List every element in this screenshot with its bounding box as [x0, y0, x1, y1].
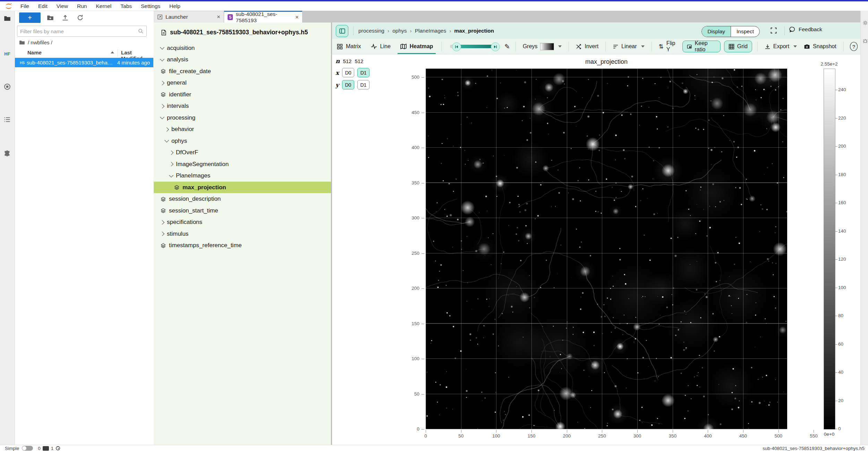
close-icon[interactable]: × — [295, 14, 299, 21]
edit-domain-icon[interactable]: ✎ — [504, 43, 510, 51]
breadcrumb-segment-max_projection[interactable]: max_projection — [454, 28, 494, 34]
new-folder-icon[interactable] — [47, 14, 54, 22]
tree-item-intervals[interactable]: intervals — [154, 101, 338, 112]
vis-tab-line[interactable]: Line — [366, 39, 395, 54]
viewer-breadcrumb[interactable]: processing›ophys›PlaneImages›max_project… — [358, 28, 494, 34]
file-browser-icon[interactable] — [3, 15, 11, 22]
y-d1-button[interactable]: D1 — [357, 80, 369, 89]
vis-tab-matrix[interactable]: Matrix — [332, 39, 366, 54]
upload-icon[interactable] — [62, 14, 69, 22]
menu-item-settings[interactable]: Settings — [136, 3, 165, 9]
fullscreen-button[interactable] — [770, 27, 777, 34]
scale-selector[interactable]: Linear — [609, 43, 648, 50]
domain-min-handle[interactable] — [452, 42, 461, 51]
breadcrumb-segment-ophys[interactable]: ophys — [392, 28, 407, 34]
colorbar-tick-label: 100 — [838, 285, 855, 290]
debugger-icon[interactable] — [861, 37, 868, 45]
column-name[interactable]: Name — [27, 50, 42, 55]
invert-colormap-button[interactable]: Invert — [572, 43, 602, 50]
tree-item-max_projection[interactable]: max_projection — [154, 182, 351, 193]
running-sessions-icon[interactable] — [3, 83, 11, 90]
heatmap-canvas[interactable] — [426, 69, 787, 429]
grid-toggle[interactable]: Grid — [724, 41, 752, 52]
y-d0-button[interactable]: D0 — [342, 80, 354, 89]
vis-tab-heatmap[interactable]: Heatmap — [395, 39, 438, 54]
toggle-sidebar-button[interactable] — [336, 25, 348, 37]
menu-item-help[interactable]: Help — [165, 3, 185, 9]
breadcrumb-segment-processing[interactable]: processing — [358, 28, 384, 34]
tree-item-specifications[interactable]: specifications — [154, 217, 338, 228]
sort-ascending-icon[interactable] — [111, 51, 114, 53]
breadcrumb-segment-PlaneImages[interactable]: PlaneImages — [415, 28, 446, 34]
colorbar[interactable] — [824, 69, 835, 430]
menu-item-run[interactable]: Run — [73, 3, 91, 9]
line-chart-icon — [371, 43, 377, 50]
tree-item-ImageSegmentation[interactable]: ImageSegmentation — [154, 158, 347, 170]
flip-y-label: Flip Y — [666, 40, 677, 53]
tree-item-DfOverF[interactable]: DfOverF — [154, 147, 347, 158]
tree-item-behavior[interactable]: behavior — [154, 124, 342, 135]
property-inspector-gear-icon[interactable] — [861, 19, 868, 27]
extensions-icon[interactable] — [3, 150, 11, 157]
keep-ratio-toggle[interactable]: Keep ratio — [682, 41, 721, 52]
tree-item-general[interactable]: general — [154, 77, 338, 89]
colorbar-tick-mark — [835, 316, 837, 316]
chevron-down-icon — [160, 115, 164, 119]
tab-h5-file[interactable]: 5 sub-408021_ses-7585193 × — [224, 11, 302, 23]
menu-item-view[interactable]: View — [52, 3, 73, 9]
column-divider — [118, 49, 118, 57]
flip-y-button[interactable]: ⇅ Flip Y — [655, 40, 681, 53]
colorbar-tick-mark — [835, 118, 837, 119]
snapshot-button[interactable]: Snapshot — [800, 43, 840, 50]
new-launcher-button[interactable]: + — [19, 12, 41, 23]
kernel-status-icon[interactable] — [56, 446, 60, 451]
tree-item-timestamps_reference_time[interactable]: timestamps_reference_time — [154, 240, 338, 251]
domain-slider[interactable] — [450, 45, 497, 48]
tree-item-session_description[interactable]: session_description — [154, 193, 338, 205]
menu-item-tabs[interactable]: Tabs — [116, 3, 136, 9]
help-icon[interactable]: ? — [850, 42, 858, 51]
file-row-selected[interactable]: H5 sub-408021_ses-758519303_beha… 4 minu… — [15, 58, 153, 67]
chevron-right-icon — [160, 232, 164, 236]
tree-item-identifier[interactable]: identifier — [154, 89, 338, 100]
close-icon[interactable]: × — [217, 14, 220, 20]
download-icon — [765, 44, 771, 50]
colormap-selector[interactable]: Greys — [519, 43, 565, 50]
tree-item-label: file_create_date — [169, 68, 211, 75]
current-path[interactable]: / nwbfiles / — [28, 40, 52, 45]
tree-item-ophys[interactable]: ophys — [154, 135, 342, 147]
terminal-icon[interactable] — [43, 446, 49, 451]
tree-item-analysis[interactable]: analysis — [154, 54, 338, 66]
menu-item-kernel[interactable]: Kernel — [91, 3, 116, 9]
inspect-mode-button[interactable]: Inspect — [731, 26, 759, 37]
colorbar-max-label: 2.55e+2 — [814, 61, 845, 67]
domain-slider-range — [456, 45, 495, 48]
tree-item-file_create_date[interactable]: file_create_date — [154, 66, 338, 77]
tree-item-PlaneImages[interactable]: PlaneImages — [154, 170, 347, 182]
hdf5-tab-icon: 5 — [228, 14, 233, 20]
display-mode-button[interactable]: Display — [702, 26, 731, 37]
menu-item-edit[interactable]: Edit — [34, 3, 52, 9]
x-d0-button[interactable]: D0 — [342, 68, 354, 77]
y-tick-label: 0 — [399, 426, 419, 432]
export-button[interactable]: Export — [761, 43, 800, 50]
tree-item-acquisition[interactable]: acquisition — [154, 42, 338, 54]
menu-item-file[interactable]: File — [16, 3, 34, 9]
colorbar-tick-label: 80 — [838, 313, 855, 318]
feedback-button[interactable]: Feedback — [789, 26, 822, 33]
tree-item-session_start_time[interactable]: session_start_time — [154, 205, 338, 216]
colorbar-tick-mark — [835, 203, 837, 203]
h5-file-title[interactable]: sub-408021_ses-758519303_behavior+ophys.… — [161, 29, 308, 36]
refresh-icon[interactable] — [77, 14, 84, 22]
tree-item-stimulus[interactable]: stimulus — [154, 228, 338, 240]
hdf5-browser-icon[interactable]: HF — [3, 50, 11, 58]
table-of-contents-icon[interactable] — [3, 116, 11, 123]
breadcrumb[interactable]: / nwbfiles / — [19, 40, 52, 45]
x-d1-button[interactable]: D1 — [357, 68, 369, 77]
dim0-size: 512 — [343, 58, 351, 64]
domain-max-handle[interactable] — [491, 42, 500, 51]
tab-launcher[interactable]: Launcher × — [154, 11, 224, 23]
tree-item-processing[interactable]: processing — [154, 112, 338, 123]
filter-files-input[interactable] — [17, 28, 138, 34]
simple-mode-toggle[interactable] — [22, 446, 33, 451]
